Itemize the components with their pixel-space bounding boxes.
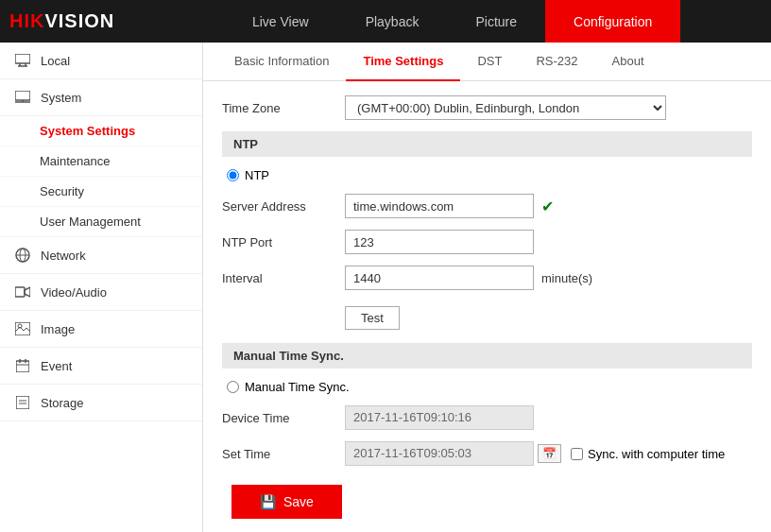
- set-time-row: Set Time 2017-11-16T09:05:03 📅 Sync. wit…: [222, 441, 752, 466]
- video-icon: [14, 283, 31, 300]
- tab-time-settings[interactable]: Time Settings: [346, 43, 460, 81]
- manual-sync-radio-row: Manual Time Sync.: [222, 380, 752, 394]
- ntp-radio-label: NTP: [245, 168, 269, 182]
- sidebar-item-system-settings[interactable]: System Settings: [0, 116, 202, 146]
- test-button[interactable]: Test: [345, 306, 400, 330]
- form-content: Time Zone (GMT+00:00) Dublin, Edinburgh,…: [203, 81, 771, 532]
- ntp-port-label: NTP Port: [222, 235, 345, 249]
- set-time-value: 2017-11-16T09:05:03: [345, 441, 534, 466]
- image-icon: [14, 320, 31, 337]
- sidebar: Local System System Settings Maintenance…: [0, 43, 203, 532]
- interval-label: Interval: [222, 271, 345, 285]
- tab-rs232[interactable]: RS-232: [519, 43, 594, 81]
- time-zone-row: Time Zone (GMT+00:00) Dublin, Edinburgh,…: [222, 95, 752, 120]
- sidebar-event-label: Event: [41, 359, 72, 373]
- sidebar-image-label: Image: [41, 322, 75, 336]
- ntp-port-row: NTP Port: [222, 230, 752, 254]
- save-icon: 💾: [260, 494, 276, 509]
- tab-basic-information[interactable]: Basic Information: [217, 43, 346, 81]
- main-layout: Local System System Settings Maintenance…: [0, 43, 771, 532]
- sidebar-item-system[interactable]: System: [0, 79, 202, 116]
- network-icon: [14, 247, 31, 264]
- set-time-sync-row: 2017-11-16T09:05:03 📅 Sync. with compute…: [345, 441, 725, 466]
- tab-about[interactable]: About: [595, 43, 661, 81]
- nav-live-view[interactable]: Live View: [224, 0, 337, 43]
- device-time-value: 2017-11-16T09:10:16: [345, 405, 534, 430]
- sidebar-local-label: Local: [41, 54, 70, 68]
- manual-sync-radio[interactable]: [227, 381, 239, 393]
- sidebar-item-local[interactable]: Local: [0, 43, 202, 79]
- sidebar-item-maintenance[interactable]: Maintenance: [0, 146, 202, 177]
- system-icon: [14, 89, 31, 106]
- ntp-radio[interactable]: [227, 169, 239, 181]
- sidebar-item-user-management[interactable]: User Management: [0, 207, 202, 237]
- sidebar-network-label: Network: [41, 249, 86, 263]
- device-time-row: Device Time 2017-11-16T09:10:16: [222, 405, 752, 430]
- time-zone-select[interactable]: (GMT+00:00) Dublin, Edinburgh, London(GM…: [345, 95, 666, 120]
- interval-input[interactable]: [345, 266, 534, 290]
- sidebar-item-security[interactable]: Security: [0, 177, 202, 207]
- sidebar-item-image[interactable]: Image: [0, 311, 202, 348]
- interval-unit: minute(s): [541, 271, 592, 285]
- sidebar-system-label: System: [41, 91, 81, 105]
- server-address-row: Server Address ✔: [222, 194, 752, 218]
- content-area: Basic Information Time Settings DST RS-2…: [203, 43, 771, 532]
- svg-rect-0: [15, 54, 30, 63]
- sync-computer-label: Sync. with computer time: [588, 447, 725, 461]
- sidebar-item-video-audio[interactable]: Video/Audio: [0, 274, 202, 311]
- interval-row: Interval minute(s): [222, 266, 752, 290]
- tab-dst[interactable]: DST: [460, 43, 519, 81]
- nav-picture[interactable]: Picture: [447, 0, 545, 43]
- tabs-bar: Basic Information Time Settings DST RS-2…: [203, 43, 771, 81]
- nav-playback[interactable]: Playback: [337, 0, 448, 43]
- svg-marker-11: [25, 287, 30, 297]
- svg-rect-4: [15, 91, 30, 100]
- nav-items: Live View Playback Picture Configuration: [143, 0, 762, 43]
- server-address-label: Server Address: [222, 199, 345, 214]
- sidebar-item-storage[interactable]: Storage: [0, 385, 202, 421]
- sidebar-storage-label: Storage: [41, 396, 84, 410]
- sidebar-item-network[interactable]: Network: [0, 237, 202, 274]
- save-button-label: Save: [283, 494, 314, 509]
- sidebar-item-event[interactable]: Event: [0, 348, 202, 385]
- ntp-radio-row: NTP: [222, 168, 752, 182]
- save-button[interactable]: 💾 Save: [231, 485, 342, 519]
- svg-rect-10: [15, 287, 25, 297]
- sync-computer-checkbox[interactable]: [571, 448, 583, 460]
- logo: HIKVISION: [9, 10, 114, 32]
- logo-hik: HIK: [9, 10, 44, 31]
- event-icon: [14, 357, 31, 374]
- top-navigation: HIKVISION Live View Playback Picture Con…: [0, 0, 771, 43]
- test-button-row: Test: [222, 301, 752, 330]
- time-zone-label: Time Zone: [222, 101, 345, 115]
- calendar-icon[interactable]: 📅: [538, 444, 561, 463]
- svg-rect-14: [16, 361, 29, 372]
- sidebar-video-label: Video/Audio: [41, 285, 107, 300]
- monitor-icon: [14, 52, 31, 69]
- logo-vision: VISION: [44, 10, 114, 31]
- manual-sync-radio-label: Manual Time Sync.: [245, 380, 350, 394]
- success-icon: ✔: [541, 197, 554, 215]
- svg-rect-18: [16, 396, 29, 409]
- set-time-label: Set Time: [222, 447, 345, 461]
- manual-sync-section-header: Manual Time Sync.: [222, 343, 752, 369]
- ntp-section-header: NTP: [222, 131, 752, 157]
- storage-icon: [14, 394, 31, 411]
- server-address-input[interactable]: [345, 194, 534, 218]
- device-time-label: Device Time: [222, 411, 345, 425]
- nav-configuration[interactable]: Configuration: [545, 0, 680, 43]
- ntp-port-input[interactable]: [345, 230, 534, 254]
